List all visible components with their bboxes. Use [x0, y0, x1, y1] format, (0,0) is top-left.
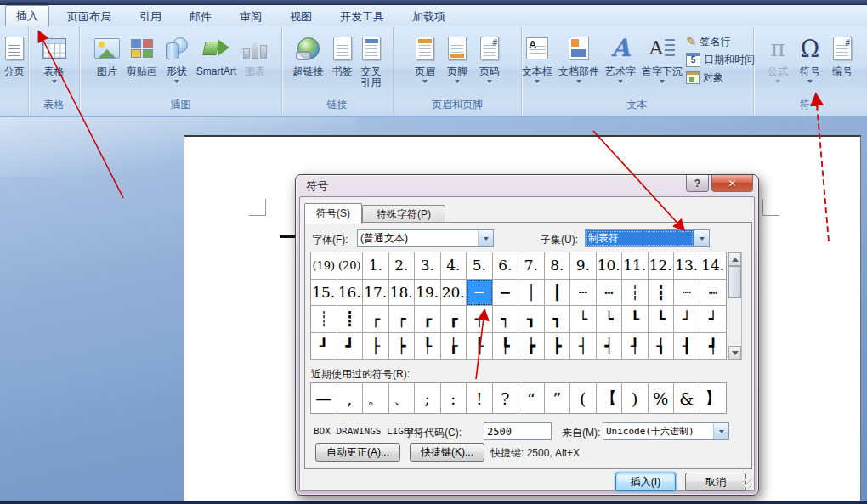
symbol-cell[interactable]: ┠ — [467, 333, 493, 360]
wordart-button[interactable]: A 艺术字 — [603, 29, 638, 88]
symbol-cell[interactable]: (20) — [337, 252, 364, 280]
symbol-cell[interactable]: ┙ — [700, 306, 727, 333]
symbol-cell[interactable]: 12. — [649, 252, 675, 280]
symbol-cell[interactable]: 19. — [415, 280, 441, 307]
symbol-cell[interactable]: ┨ — [674, 333, 700, 360]
symbol-cell[interactable]: └ — [570, 306, 597, 333]
symbol-cell[interactable]: (19) — [311, 252, 337, 280]
symbol-cell[interactable]: ┚ — [311, 333, 337, 360]
recent-symbol-cell[interactable]: ) — [622, 383, 649, 413]
dialog-tab[interactable]: 特殊字符(P) — [362, 205, 445, 224]
symbol-cell[interactable]: 14. — [700, 252, 727, 280]
ribbon-tab[interactable]: 页面布局 — [57, 7, 122, 26]
recent-symbol-cell[interactable]: ; — [415, 383, 441, 413]
scroll-up-button[interactable] — [728, 252, 741, 266]
symbol-cell[interactable]: ┑ — [493, 306, 519, 333]
symbol-cell[interactable]: 4. — [441, 252, 468, 280]
symbol-cell[interactable]: ┥ — [597, 333, 623, 360]
chart-button[interactable]: 图表 — [241, 29, 269, 79]
symbol-cell[interactable]: │ — [518, 280, 545, 307]
recent-symbol-cell[interactable]: “ — [518, 383, 545, 413]
cross-reference-button[interactable]: 交叉 引用 — [359, 29, 384, 90]
symbol-cell[interactable]: ┤ — [570, 333, 597, 360]
symbol-cell[interactable]: ┋ — [337, 306, 364, 333]
symbol-cell[interactable]: 20. — [441, 280, 468, 307]
symbol-cell[interactable]: ┩ — [700, 333, 727, 360]
symbol-cell[interactable]: 2. — [389, 252, 416, 280]
symbol-cell[interactable]: ┐ — [467, 306, 493, 333]
signature-line-button[interactable]: ✎ 签名行 — [686, 34, 755, 49]
shapes-button[interactable]: 形状 — [162, 29, 192, 88]
date-time-button[interactable]: 5 日期和时间 — [686, 53, 755, 67]
symbol-cell[interactable]: ┒ — [518, 306, 545, 333]
close-button[interactable]: ✕ — [711, 175, 753, 192]
ribbon-tab[interactable]: 插入 — [5, 5, 49, 26]
symbol-cell[interactable]: ┟ — [441, 333, 468, 360]
symbol-cell[interactable]: 15. — [311, 280, 337, 307]
symbol-cell[interactable]: ┌ — [363, 306, 389, 333]
symbol-cell[interactable]: 5. — [467, 252, 493, 280]
symbol-cell[interactable]: ┈ — [674, 280, 700, 307]
font-combobox[interactable]: (普通文本) — [357, 229, 494, 247]
symbol-cell[interactable]: 8. — [545, 252, 571, 280]
page-number-button[interactable]: # 页码 — [477, 29, 502, 88]
textbox-button[interactable]: A 文本框 — [519, 29, 555, 88]
symbol-cell[interactable]: 7. — [518, 252, 545, 280]
quick-parts-button[interactable]: 文档部件 — [556, 29, 602, 88]
recent-symbol-cell[interactable]: : — [441, 383, 468, 413]
scroll-thumb[interactable] — [728, 266, 741, 298]
symbol-cell[interactable]: 6. — [493, 252, 519, 280]
ribbon-tab[interactable]: 引用 — [129, 7, 172, 26]
symbol-cell[interactable]: 1. — [363, 252, 389, 280]
symbol-cell[interactable]: ┦ — [622, 333, 649, 360]
symbol-cell[interactable]: ┆ — [622, 280, 649, 307]
combo-dropdown-icon[interactable] — [478, 230, 493, 246]
symbol-cell[interactable]: ┎ — [415, 306, 441, 333]
symbol-cell[interactable]: ┗ — [649, 306, 675, 333]
dialog-tab[interactable]: 符号(S) — [304, 203, 362, 224]
ribbon-tab[interactable]: 审阅 — [230, 7, 272, 26]
symbol-cell[interactable]: 18. — [389, 280, 416, 307]
number-button[interactable]: # 编号 — [830, 29, 855, 79]
recent-symbol-cell[interactable]: 、 — [389, 383, 416, 413]
combo-dropdown-icon[interactable] — [694, 230, 709, 246]
footer-button[interactable]: 页脚 — [445, 29, 470, 88]
symbol-cell[interactable]: ┢ — [518, 333, 545, 360]
recent-symbol-cell[interactable]: & — [674, 383, 700, 413]
symbol-cell[interactable]: 16. — [337, 280, 364, 307]
ribbon-tab[interactable]: 视图 — [280, 7, 322, 26]
symbol-cell[interactable]: ┕ — [597, 306, 623, 333]
drop-cap-button[interactable]: A 首字下沉 — [639, 29, 685, 88]
smartart-button[interactable]: SmartArt — [194, 29, 239, 79]
symbol-cell[interactable]: 13. — [674, 252, 700, 280]
cancel-button[interactable]: 取消 — [685, 473, 746, 491]
hyperlink-button[interactable]: 超链接 — [291, 29, 326, 79]
symbol-cell[interactable]: ┃ — [545, 280, 571, 307]
symbol-cell[interactable]: 11. — [622, 252, 649, 280]
symbol-cell[interactable]: ┍ — [389, 306, 416, 333]
symbol-cell[interactable]: ━ — [493, 280, 519, 307]
subset-combobox[interactable]: 制表符 — [585, 229, 710, 247]
recent-symbol-cell[interactable]: , — [337, 383, 364, 413]
symbol-cell[interactable]: 17. — [363, 280, 389, 307]
symbol-cell[interactable]: ┏ — [441, 306, 468, 333]
recent-symbol-cell[interactable]: — — [311, 383, 337, 413]
ribbon-tab[interactable]: 加载项 — [402, 7, 456, 26]
symbol-cell[interactable]: ┓ — [545, 306, 571, 333]
character-code-input[interactable] — [484, 422, 552, 440]
resize-grip[interactable] — [742, 479, 752, 489]
symbol-cell[interactable]: 3. — [415, 252, 441, 280]
symbol-cell[interactable]: ┣ — [545, 333, 571, 360]
recent-symbol-cell[interactable]: ! — [467, 383, 493, 413]
ribbon-tab[interactable]: 邮件 — [179, 7, 222, 26]
object-button[interactable]: 对象 — [686, 71, 755, 85]
recent-symbol-cell[interactable]: 】 — [700, 383, 727, 413]
help-button[interactable]: ? — [686, 175, 709, 192]
page-break-button[interactable]: 分页 — [2, 29, 27, 79]
symbol-cell[interactable]: ┅ — [597, 280, 623, 307]
scroll-down-button[interactable] — [728, 346, 741, 360]
recent-symbol-cell[interactable]: 。 — [363, 383, 389, 413]
symbol-cell[interactable]: ┛ — [337, 333, 364, 360]
recent-symbol-cell[interactable]: ( — [570, 383, 597, 413]
symbol-cell[interactable]: ┖ — [622, 306, 649, 333]
